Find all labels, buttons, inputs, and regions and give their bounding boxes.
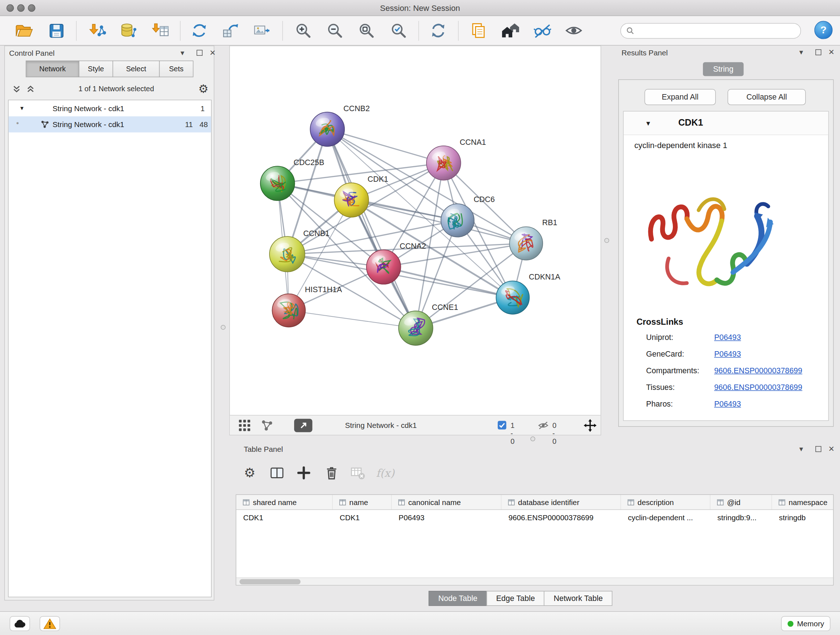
- import-network-from-database-button[interactable]: [117, 19, 141, 42]
- column-header[interactable]: canonical name: [392, 495, 502, 509]
- table-cell[interactable]: stringdb: [772, 510, 834, 524]
- network-node[interactable]: CCNB2: [310, 104, 370, 147]
- zoom-in-icon: [294, 21, 312, 40]
- crosslink-link[interactable]: 9606.ENSP00000378699: [714, 366, 802, 375]
- panel-float-icon[interactable]: [815, 446, 821, 452]
- panel-float-icon[interactable]: [197, 50, 202, 56]
- table-row[interactable]: CDK1CDK1P064939606.ENSP00000378699cyclin…: [236, 510, 834, 524]
- collapse-all-button[interactable]: Collapse All: [728, 89, 806, 105]
- column-header[interactable]: @id: [711, 495, 772, 509]
- network-canvas[interactable]: CCNB2CCNA1CDC25BCDK1CDC6RB1CCNB1CCNA2CDK…: [230, 46, 600, 415]
- zoom-selected-button[interactable]: [387, 19, 410, 42]
- delete-column-icon[interactable]: [322, 463, 342, 483]
- network-row[interactable]: ● String Network - cdk1 11 48: [9, 116, 211, 132]
- apply-layout-button[interactable]: [426, 19, 450, 42]
- tab-sets[interactable]: Sets: [159, 60, 194, 77]
- help-button[interactable]: ?: [814, 21, 832, 39]
- column-header[interactable]: database identifier: [501, 495, 621, 509]
- hidden-count-indicator[interactable]: 0 - 0: [538, 421, 549, 430]
- show-all-button[interactable]: [562, 19, 586, 42]
- tab-edge-table[interactable]: Edge Table: [486, 591, 545, 606]
- import-network-from-file-button[interactable]: [86, 19, 109, 42]
- column-sort-icon: [778, 499, 785, 505]
- tab-node-table[interactable]: Node Table: [429, 591, 487, 606]
- network-node[interactable]: CCNB1: [270, 229, 330, 272]
- network-edge[interactable]: [327, 129, 444, 163]
- gear-icon[interactable]: ⚙: [198, 82, 208, 96]
- search-input[interactable]: [638, 24, 800, 38]
- column-header[interactable]: name: [333, 495, 392, 509]
- splitter-handle[interactable]: [605, 238, 609, 243]
- zoom-fit-button[interactable]: [355, 19, 378, 42]
- panel-menu-caret-icon[interactable]: ▾: [799, 48, 803, 57]
- crosslink-link[interactable]: P06493: [714, 350, 741, 358]
- scrollbar-thumb[interactable]: [240, 579, 301, 584]
- crosslink-link[interactable]: 9606.ENSP00000378699: [714, 383, 802, 391]
- network-edge[interactable]: [327, 129, 416, 328]
- copy-document-button[interactable]: [467, 19, 490, 42]
- crosslink-link[interactable]: P06493: [714, 333, 741, 342]
- tab-network-table[interactable]: Network Table: [544, 591, 613, 606]
- panel-float-icon[interactable]: [815, 49, 821, 55]
- grid-view-icon[interactable]: [238, 419, 251, 432]
- column-header[interactable]: description: [621, 495, 710, 509]
- table-cell[interactable]: cyclin-dependent ...: [621, 510, 710, 524]
- splitter-handle[interactable]: [531, 437, 535, 441]
- save-session-button[interactable]: [44, 19, 68, 42]
- cloud-button[interactable]: [10, 616, 30, 631]
- zoom-in-button[interactable]: [292, 19, 315, 42]
- export-image-button[interactable]: [250, 19, 274, 42]
- table-cell[interactable]: stringdb:9...: [711, 510, 772, 524]
- table-cell[interactable]: P06493: [392, 510, 502, 524]
- memory-label: Memory: [797, 619, 824, 628]
- add-column-icon[interactable]: [294, 463, 314, 483]
- tab-string[interactable]: String: [703, 62, 744, 76]
- column-header[interactable]: shared name: [236, 495, 333, 509]
- network-edge[interactable]: [352, 200, 526, 243]
- move-crosshair-icon[interactable]: [584, 419, 597, 432]
- table-gear-icon[interactable]: ⚙: [240, 463, 260, 483]
- birdseye-network-icon[interactable]: [261, 419, 273, 432]
- network-node[interactable]: HIST1H1A: [272, 285, 342, 327]
- zoom-out-button[interactable]: [323, 19, 347, 42]
- tab-select[interactable]: Select: [112, 60, 159, 77]
- delete-table-icon[interactable]: [347, 463, 368, 483]
- collection-expand-icon[interactable]: ▼: [19, 105, 25, 111]
- panel-menu-caret-icon[interactable]: ▾: [180, 48, 184, 57]
- network-node[interactable]: CDKN1A: [496, 272, 561, 314]
- table-cell[interactable]: 9606.ENSP00000378699: [501, 510, 621, 524]
- splitter-handle[interactable]: [221, 325, 225, 329]
- tab-style[interactable]: Style: [79, 60, 113, 77]
- panel-close-icon[interactable]: ✕: [829, 48, 835, 57]
- entry-collapse-icon[interactable]: ▼: [645, 119, 652, 127]
- open-session-button[interactable]: [12, 19, 36, 42]
- network-edge[interactable]: [289, 310, 416, 328]
- table-cell[interactable]: CDK1: [236, 510, 333, 524]
- home-button[interactable]: [499, 19, 523, 42]
- import-table-icon: [152, 21, 170, 40]
- warnings-button[interactable]: [40, 616, 60, 631]
- open-in-new-window-button[interactable]: [294, 419, 312, 432]
- panel-close-icon[interactable]: ✕: [210, 48, 216, 57]
- network-collection-row[interactable]: ▼ String Network - cdk1 1: [9, 100, 211, 116]
- panel-menu-caret-icon[interactable]: ▾: [799, 445, 803, 453]
- network-swap-button[interactable]: [187, 19, 211, 42]
- horizontal-scrollbar[interactable]: [236, 578, 833, 585]
- new-network-from-selection-button[interactable]: [218, 19, 242, 42]
- network-node[interactable]: CDK1: [334, 175, 388, 217]
- network-edge[interactable]: [384, 267, 513, 298]
- column-header[interactable]: namespace: [772, 495, 834, 509]
- network-node[interactable]: RB1: [509, 218, 557, 260]
- memory-button[interactable]: Memory: [781, 616, 830, 631]
- panel-close-icon[interactable]: ✕: [829, 445, 835, 453]
- tab-network[interactable]: Network: [26, 60, 79, 77]
- table-cell[interactable]: CDK1: [333, 510, 392, 524]
- network-node[interactable]: CCNA1: [426, 138, 486, 180]
- show-columns-icon[interactable]: [267, 463, 287, 483]
- entry-header[interactable]: ▼ CDK1: [624, 111, 829, 135]
- import-table-from-file-button[interactable]: [149, 19, 172, 42]
- expand-all-button[interactable]: Expand All: [645, 89, 716, 105]
- crosslink-link[interactable]: P06493: [714, 399, 741, 408]
- function-builder-icon[interactable]: f(x): [375, 463, 395, 483]
- hide-selected-button[interactable]: [531, 19, 554, 42]
